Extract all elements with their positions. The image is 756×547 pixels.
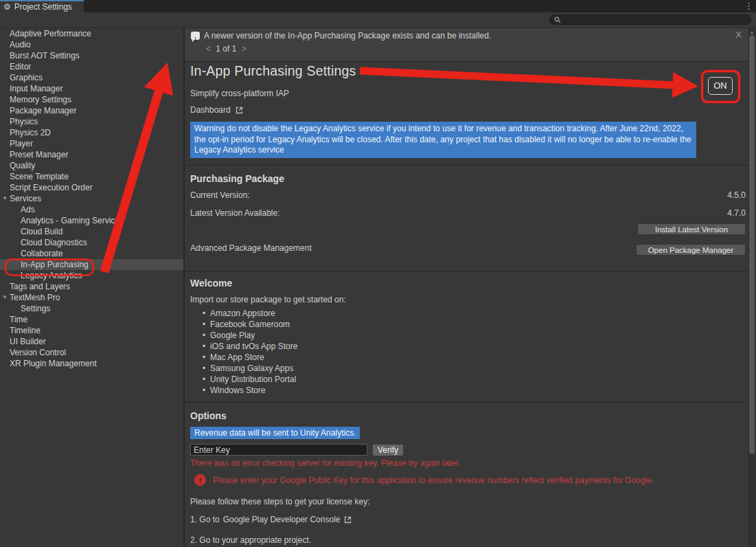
sidebar-item-graphics[interactable]: Graphics — [0, 72, 183, 83]
settings-sidebar: Adaptive Performance Audio Burst AOT Set… — [0, 28, 183, 547]
store-list-item: •Google Play — [185, 330, 528, 341]
options-heading: Options — [190, 410, 227, 421]
project-settings-window: ⚙ Project Settings ⋮ Adaptive Performanc… — [0, 0, 756, 547]
search-input[interactable] — [564, 16, 742, 24]
open-package-manager-button[interactable]: Open Package Manager — [636, 244, 746, 256]
store-list-item: •Amazon Appstore — [185, 308, 528, 319]
store-list: •Amazon Appstore •Facebook Gameroom •Goo… — [185, 308, 528, 396]
search-box[interactable] — [549, 14, 751, 25]
sidebar-item-quality[interactable]: Quality — [0, 160, 183, 171]
sidebar-item-package-manager[interactable]: Package Manager — [0, 105, 183, 116]
google-play-console-link[interactable]: Google Play Developer Console — [223, 515, 341, 525]
install-latest-version-button[interactable]: Install Latest Version — [637, 223, 746, 235]
notification-message: A newer version of the In-App Purchasing… — [204, 30, 491, 41]
sidebar-item-analytics-gaming-services[interactable]: Analytics - Gaming Services — [0, 215, 183, 226]
sidebar-item-timeline[interactable]: Timeline — [0, 325, 183, 336]
google-key-warning-text: Please enter your Google Public Key for … — [213, 476, 748, 486]
pager-next-icon[interactable]: > — [242, 44, 247, 54]
current-version-label: Current Version: — [190, 190, 250, 201]
latest-version-label: Latest Version Available: — [190, 208, 280, 219]
store-list-item: •Windows Store — [185, 385, 528, 396]
sidebar-item-time[interactable]: Time — [0, 314, 183, 325]
external-link-icon[interactable] — [343, 515, 352, 524]
sidebar-item-input-manager[interactable]: Input Manager — [0, 83, 183, 94]
step-1-prefix: 1. Go to — [190, 515, 220, 525]
steps-intro: Please follow these steps to get your li… — [190, 497, 369, 507]
sidebar-item-ads[interactable]: Ads — [0, 204, 183, 215]
store-list-item: •Facebook Gameroom — [185, 319, 528, 330]
sidebar-item-script-execution-order[interactable]: Script Execution Order — [0, 182, 183, 193]
package-update-notification: ! A newer version of the In-App Purchasi… — [185, 28, 748, 62]
external-link-icon — [235, 106, 244, 115]
tab-project-settings[interactable]: ⚙ Project Settings — [0, 0, 84, 12]
sidebar-item-cloud-diagnostics[interactable]: Cloud Diagnostics — [0, 237, 183, 248]
toolbar — [0, 12, 756, 28]
sidebar-item-cloud-build[interactable]: Cloud Build — [0, 226, 183, 237]
sidebar-item-tags-and-layers[interactable]: Tags and Layers — [0, 281, 183, 292]
error-icon: ! — [194, 474, 206, 486]
sidebar-item-in-app-purchasing[interactable]: In-App Purchasing — [0, 259, 183, 270]
store-list-item: •iOS and tvOs App Store — [185, 341, 528, 352]
sidebar-item-audio[interactable]: Audio — [0, 39, 183, 50]
pager-label: 1 of 1 — [216, 44, 236, 54]
sidebar-divider — [183, 28, 185, 547]
sidebar-item-physics[interactable]: Physics — [0, 116, 183, 127]
latest-version-value: 4.7.0 — [727, 208, 746, 218]
foldout-icon[interactable]: ▼ — [2, 292, 8, 303]
annotation-arrow-to-on-toggle — [360, 71, 676, 85]
dashboard-link[interactable]: Dashboard — [190, 105, 244, 115]
section-divider — [185, 271, 748, 271]
close-icon[interactable]: X — [735, 30, 742, 40]
sidebar-item-version-control[interactable]: Version Control — [0, 347, 183, 358]
sidebar-item-collaborate[interactable]: Collaborate — [0, 248, 183, 259]
scroll-up-icon[interactable]: ▲ — [749, 30, 755, 35]
current-version-value: 4.5.0 — [727, 190, 746, 200]
step-2: 2. Go to your appropriate project. — [190, 535, 311, 546]
iap-toggle-on-button[interactable]: ON — [708, 77, 733, 95]
sidebar-item-burst-aot-settings[interactable]: Burst AOT Settings — [0, 50, 183, 61]
analytics-note-highlight: Revenue data will be sent to Unity Analy… — [190, 427, 360, 439]
sidebar-item-adaptive-performance[interactable]: Adaptive Performance — [0, 28, 183, 39]
foldout-icon[interactable]: ▼ — [2, 193, 8, 204]
sidebar-item-memory-settings[interactable]: Memory Settings — [0, 94, 183, 105]
sidebar-item-editor[interactable]: Editor — [0, 61, 183, 72]
google-key-input[interactable] — [190, 444, 367, 456]
sidebar-item-scene-template[interactable]: Scene Template — [0, 171, 183, 182]
store-list-item: •Mac App Store — [185, 352, 528, 363]
sidebar-item-physics-2d[interactable]: Physics 2D — [0, 127, 183, 138]
kebab-menu-icon[interactable]: ⋮ — [744, 1, 753, 12]
advanced-package-management-label: Advanced Package Management — [190, 243, 312, 254]
store-list-item: •Unity Distribution Portal — [185, 374, 528, 385]
gear-icon: ⚙ — [3, 3, 11, 11]
verify-button[interactable]: Verify — [372, 444, 404, 456]
section-divider — [185, 402, 748, 403]
sidebar-item-services[interactable]: ▼ Services — [0, 193, 183, 204]
welcome-intro: Import our store package to get started … — [190, 295, 346, 305]
step-1: 1. Go to Google Play Developer Console — [190, 515, 352, 525]
key-check-error-text: There was an error checking server for e… — [190, 458, 460, 469]
pager-prev-icon[interactable]: < — [206, 44, 211, 54]
sidebar-item-preset-manager[interactable]: Preset Manager — [0, 149, 183, 160]
notification-icon: ! — [191, 32, 200, 40]
sidebar-item-legacy-analytics[interactable]: Legacy Analytics — [0, 270, 183, 281]
scrollbar-thumb[interactable] — [749, 35, 755, 454]
sidebar-item-textmesh-settings[interactable]: Settings — [0, 303, 183, 314]
search-icon — [554, 16, 561, 23]
sidebar-item-ui-builder[interactable]: UI Builder — [0, 336, 183, 347]
store-list-item: •Samsung Galaxy Apps — [185, 363, 528, 374]
section-divider — [185, 165, 748, 166]
tab-strip: ⚙ Project Settings ⋮ — [0, 0, 756, 13]
legacy-analytics-warning: Warning do not disable the Legacy Analyt… — [190, 122, 696, 158]
notification-pager: < 1 of 1 > — [206, 44, 247, 54]
welcome-heading: Welcome — [190, 278, 232, 289]
tab-title: Project Settings — [14, 2, 72, 12]
purchasing-package-heading: Purchasing Package — [190, 173, 284, 184]
simplify-iap-label: Simplify cross-platform IAP — [190, 89, 289, 99]
page-title: In-App Purchasing Settings — [190, 63, 356, 79]
sidebar-item-xr-plugin-management[interactable]: XR Plugin Management — [0, 358, 183, 369]
sidebar-item-textmesh-pro[interactable]: ▼ TextMesh Pro — [0, 292, 183, 303]
sidebar-item-player[interactable]: Player — [0, 138, 183, 149]
